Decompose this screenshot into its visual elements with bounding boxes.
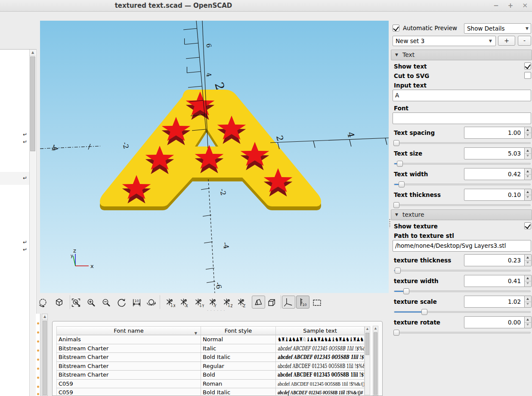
path-to-texture-stl-input[interactable]: /home/none4/Desktop/Svg Layers3.stl — [393, 240, 531, 252]
slider-handle[interactable] — [403, 288, 409, 294]
spin-down-icon[interactable] — [525, 132, 531, 138]
rotate-view-button[interactable] — [115, 296, 127, 309]
maximize-button[interactable]: + — [508, 2, 513, 9]
details-dropdown[interactable]: Show Details▼ — [464, 23, 531, 34]
slider-handle[interactable] — [397, 161, 403, 167]
font-table-row[interactable]: Bitstream CharterBoldabcdef ABCDEF 01234… — [56, 371, 365, 380]
view-minus-z-button[interactable]: -Z — [235, 296, 247, 309]
column-header[interactable]: Font name▼ — [56, 326, 201, 335]
console-scrollbar-thumb[interactable] — [43, 321, 47, 395]
texture-scale-slider[interactable] — [394, 311, 531, 313]
font-table-header[interactable]: Font name▼Font styleSample text — [56, 326, 365, 335]
texture-scale-spinbox[interactable]: 1.02 — [464, 296, 532, 308]
section-header-texture[interactable]: ▼texture — [391, 209, 532, 220]
editor-pane[interactable]: ▲ ↵↵↵↵↵ — [0, 49, 37, 396]
font-table-row[interactable]: C059Romanabcdef ABCDEF 012345 0O5S8B 1Ii… — [56, 380, 365, 389]
input-text-input[interactable]: A — [393, 90, 531, 101]
add-preset-button[interactable]: + — [498, 36, 515, 46]
view-area-button[interactable] — [311, 296, 323, 309]
splitter-grip[interactable]: · · · · · · — [207, 309, 225, 313]
minimize-button[interactable]: − — [493, 2, 499, 9]
column-header[interactable]: Font style — [201, 326, 276, 335]
slider-handle[interactable] — [421, 309, 427, 315]
texture-width-slider[interactable] — [394, 290, 531, 292]
remove-preset-button[interactable]: - — [518, 36, 531, 46]
scroll-up-icon[interactable]: ▲ — [365, 327, 370, 332]
editor-scrollbar[interactable]: ▲ — [29, 50, 36, 396]
measure-distance-button[interactable]: 10 — [130, 296, 142, 309]
slider-handle[interactable] — [399, 181, 405, 187]
texture-width-spinbox[interactable]: 0.41 — [464, 275, 532, 287]
view-plus-y-button[interactable]: +Y — [192, 296, 204, 309]
editor-marker-dot — [37, 377, 39, 379]
orbit-button[interactable] — [145, 296, 157, 309]
orthographic-button[interactable] — [266, 296, 278, 309]
spin-down-icon[interactable] — [525, 174, 531, 180]
show-texture-checkbox[interactable] — [524, 222, 531, 229]
font-panel-scrollbar[interactable]: ▲ — [373, 326, 378, 396]
font-table[interactable]: Font name▼Font styleSample textAnimalsNo… — [56, 326, 365, 396]
slider-handle[interactable] — [395, 268, 401, 274]
zoom-in-button[interactable] — [85, 296, 97, 309]
text-spacing-spinbox[interactable]: 1.00 — [464, 127, 532, 139]
close-button[interactable]: ✕ — [522, 2, 528, 9]
font-input[interactable] — [393, 112, 531, 124]
column-header[interactable]: Sample text — [276, 326, 365, 335]
editor-scrollbar-thumb[interactable] — [30, 56, 35, 151]
view-plus-z-button[interactable]: +Z — [221, 296, 233, 309]
view-plus-y-icon: +Y — [193, 297, 204, 308]
text-width-spinbox[interactable]: 0.42 — [464, 168, 532, 180]
show-axes-button[interactable] — [282, 296, 295, 309]
spin-down-icon[interactable] — [525, 260, 531, 266]
3d-viewport[interactable]: 64224-4-2-2-4-6zyx — [40, 21, 389, 293]
cut-to-svg-checkbox[interactable] — [524, 72, 531, 79]
texture-rotate-spinbox[interactable]: 0.00 — [464, 316, 532, 328]
section-header-text[interactable]: ▼Text — [391, 50, 532, 60]
view-minus-x-button[interactable]: -X — [178, 296, 190, 309]
automatic-preview-checkbox[interactable] — [393, 25, 399, 31]
slider-handle[interactable] — [393, 202, 399, 208]
texture-rotate-slider[interactable] — [394, 332, 531, 334]
texture-thickness-spinbox[interactable]: 0.23 — [464, 254, 532, 266]
line-wrap-icon: ↵ — [23, 139, 27, 145]
show-text-checkbox[interactable] — [524, 62, 531, 69]
text-thickness-spinbox[interactable]: 0.10 — [464, 189, 532, 201]
zoom-fit-button[interactable] — [70, 296, 82, 309]
text-spacing-slider[interactable] — [394, 142, 531, 144]
spin-down-icon[interactable] — [525, 153, 531, 159]
text-size-spinbox[interactable]: 5.03 — [464, 147, 532, 159]
scroll-up-icon[interactable]: ▲ — [30, 50, 36, 56]
zoom-out-button[interactable] — [100, 296, 112, 309]
perspective-button[interactable] — [252, 296, 265, 309]
font-table-scrollbar-thumb[interactable] — [365, 333, 369, 355]
reset-view-button[interactable] — [53, 296, 65, 309]
texture-thickness-slider[interactable] — [394, 270, 531, 271]
param-label: Font — [394, 104, 408, 113]
view-minus-y-button[interactable]: -Y — [207, 296, 219, 309]
console-scrollbar[interactable]: ▲ — [42, 314, 48, 396]
scroll-up-icon[interactable]: ▲ — [373, 326, 378, 331]
text-width-slider[interactable] — [394, 184, 531, 185]
font-table-row[interactable]: Bitstream CharterRegularabcdef ABCDEF 01… — [56, 362, 365, 371]
font-table-row[interactable]: Bitstream CharterBold Italicabcdef ABCDE… — [56, 353, 365, 362]
slider-handle[interactable] — [393, 330, 399, 336]
spin-down-icon[interactable] — [525, 194, 531, 200]
slider-handle[interactable] — [393, 140, 399, 146]
font-table-row[interactable]: AnimalsNormal♞♜♝♟♞♟♜♘♝♟♞♜♟♞♟♝♞♜♟♞♝♜♟♞♟♝ — [56, 335, 365, 344]
font-table-row[interactable]: C059Bold Italicabcdef ABCDEF 012345 0O5S… — [56, 388, 365, 396]
scroll-up-icon[interactable]: ▲ — [42, 314, 47, 320]
spin-down-icon[interactable] — [525, 322, 531, 328]
spin-down-icon[interactable] — [525, 281, 531, 287]
font-table-row[interactable]: Bitstream CharterItalicabcdef ABCDEF 012… — [56, 344, 365, 353]
text-size-slider[interactable] — [394, 163, 531, 165]
spin-down-icon[interactable] — [525, 301, 531, 307]
text-thickness-slider[interactable] — [394, 204, 531, 206]
editor-marker-dot — [37, 386, 39, 388]
view-all-button[interactable] — [37, 296, 49, 309]
view-plus-x-button[interactable]: +X — [164, 296, 176, 309]
title-bar[interactable]: textured text.scad — OpenSCAD − + ✕ — [0, 0, 532, 12]
font-panel-scrollbar-thumb[interactable] — [374, 332, 377, 395]
show-scale-markers-button[interactable]: 10 — [296, 296, 309, 309]
preset-dropdown[interactable]: New set 3▼ — [393, 36, 496, 46]
font-table-scrollbar[interactable]: ▲ — [365, 326, 370, 395]
